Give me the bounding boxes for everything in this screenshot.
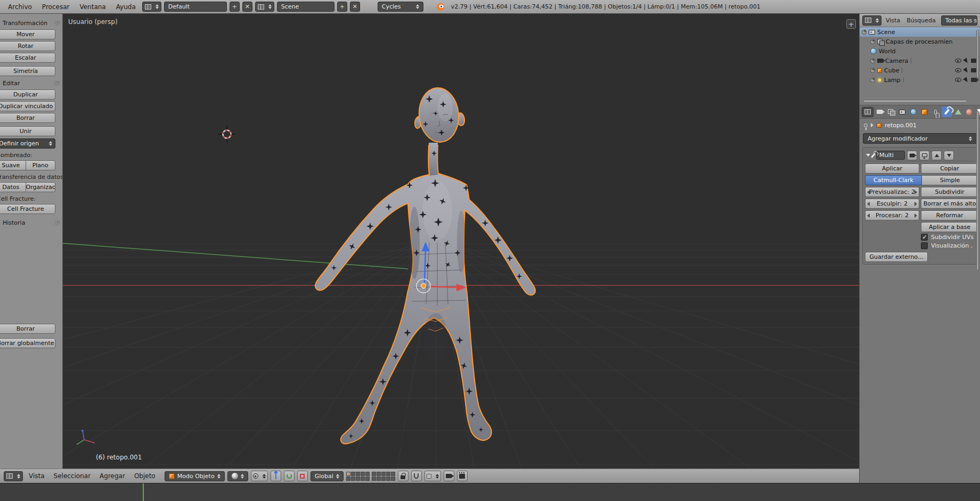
guardar-externo-button[interactable]: Guardar externo...	[865, 252, 928, 262]
outliner-row-lamp[interactable]: Lamp	[860, 75, 980, 85]
tab-data[interactable]	[953, 106, 963, 117]
panel-grip-icon[interactable]	[54, 220, 60, 225]
borrar-globalmente-button[interactable]: Borrar globalmente	[0, 338, 55, 348]
menu-vista[interactable]: Vista	[26, 472, 48, 480]
historia-borrar-button[interactable]: Borrar	[0, 324, 55, 334]
aplicar-button[interactable]: Aplicar	[865, 163, 919, 174]
decrement-icon[interactable]	[867, 202, 870, 206]
modifier-display-toggle[interactable]	[919, 151, 929, 160]
panel-grip-icon[interactable]	[54, 21, 60, 26]
checkbox-checked-icon[interactable]	[921, 234, 928, 241]
plano-button[interactable]: Plano	[26, 160, 56, 170]
opengl-render-button[interactable]	[444, 471, 454, 481]
visibility-eye-icon[interactable]	[955, 78, 961, 82]
copiar-button[interactable]: Copiar	[921, 163, 978, 174]
manipulator-translate-button[interactable]	[271, 471, 281, 481]
screen-layout-selector-icon[interactable]	[142, 2, 161, 12]
outliner-row-cube[interactable]: Cube	[860, 65, 980, 75]
scene-name-field[interactable]: Scene	[277, 2, 334, 12]
tab-scene[interactable]	[897, 106, 907, 117]
panel-header-historia[interactable]: Historia	[0, 219, 60, 226]
outliner-vertical-scrollbar[interactable]	[976, 30, 979, 78]
increment-icon[interactable]	[914, 190, 917, 194]
tab-material[interactable]	[964, 106, 974, 117]
tab-render[interactable]	[875, 106, 885, 117]
3d-viewport[interactable]: Usuario (persp) (6) retopo.001	[63, 14, 859, 469]
tab-modifiers[interactable]	[942, 106, 952, 117]
aplicar-a-base-button[interactable]: Aplicar a base	[921, 222, 978, 232]
character-head[interactable]	[417, 86, 461, 144]
subdividir-button[interactable]: Subdividir	[921, 187, 978, 197]
mover-button[interactable]: Mover	[0, 29, 55, 39]
viewport-shading-dropdown[interactable]	[227, 471, 248, 481]
pin-icon[interactable]	[864, 124, 868, 127]
menu-procesar[interactable]: Procesar	[38, 3, 74, 11]
outliner-menu-vista[interactable]: Vista	[884, 17, 902, 24]
simple-toggle[interactable]: Simple	[922, 175, 978, 185]
menu-ventana[interactable]: Ventana	[76, 3, 109, 11]
subdividir-uvs-checkbox-row[interactable]: Subdividir UVs	[921, 234, 978, 241]
reformar-button[interactable]: Reformar	[921, 210, 978, 220]
catmull-clark-toggle[interactable]: Catmull-Clark	[865, 175, 922, 185]
add-modifier-dropdown[interactable]: Agregar modificador	[863, 133, 977, 144]
preview-level-field[interactable]: Previsualizac: 2	[865, 187, 919, 197]
outliner-horizontal-scrollbar[interactable]	[863, 100, 967, 103]
visualizacion-checkbox-row[interactable]: Visualización .	[921, 242, 978, 249]
snap-toggle-button[interactable]	[411, 471, 422, 481]
organizacion-button[interactable]: Organización	[26, 182, 56, 192]
snap-element-dropdown[interactable]	[424, 471, 441, 481]
outliner-row-world[interactable]: World	[860, 46, 980, 56]
3d-cursor[interactable]	[218, 126, 235, 143]
checkbox-icon[interactable]	[921, 242, 928, 249]
close-scene-button[interactable]: ✕	[350, 2, 360, 12]
modifier-name-field[interactable]: Multi	[876, 151, 905, 160]
manipulator-rotate-button[interactable]	[284, 471, 295, 481]
datos-button[interactable]: Datos	[0, 182, 26, 192]
cell-fracture-button[interactable]: Cell Fracture	[0, 204, 55, 214]
pivot-point-dropdown[interactable]	[251, 471, 268, 481]
outliner-display-mode-dropdown[interactable]: Todas las s	[941, 15, 977, 26]
render-engine-dropdown[interactable]: Cycles	[378, 2, 423, 12]
modifier-move-down-button[interactable]	[944, 151, 954, 160]
escalar-button[interactable]: Escalar	[0, 53, 55, 63]
menu-objeto[interactable]: Objeto	[131, 472, 159, 480]
panel-header-transformacion[interactable]: Transformación	[0, 20, 60, 27]
tab-constraints[interactable]	[930, 106, 941, 117]
menu-seleccionar[interactable]: Seleccionar	[51, 472, 94, 480]
outliner-row-render-layers[interactable]: Capas de procesamien	[860, 37, 980, 46]
visibility-eye-icon[interactable]	[955, 59, 961, 63]
expander-icon[interactable]	[870, 39, 875, 44]
close-layout-button[interactable]: ✕	[242, 2, 252, 12]
suave-button[interactable]: Suave	[0, 160, 26, 170]
outliner-row-camera[interactable]: Camera	[860, 56, 980, 65]
mode-dropdown[interactable]: Modo Objeto	[165, 471, 225, 481]
add-scene-button[interactable]: +	[337, 2, 347, 12]
increment-icon[interactable]	[914, 213, 917, 218]
outliner-editor-type-button[interactable]	[862, 15, 881, 26]
definir-origen-dropdown[interactable]: Definir origen	[0, 138, 55, 149]
current-frame-marker[interactable]	[143, 483, 144, 501]
panel-header-editar[interactable]: Editar	[0, 80, 60, 87]
increment-icon[interactable]	[914, 202, 917, 206]
timeline-strip[interactable]	[0, 483, 980, 501]
rotar-button[interactable]: Rotar	[0, 41, 55, 51]
properties-vertical-scrollbar[interactable]	[976, 111, 979, 270]
duplicar-button[interactable]: Duplicar	[0, 89, 55, 100]
modifier-render-toggle[interactable]	[907, 151, 917, 160]
menu-ayuda[interactable]: Ayuda	[112, 3, 140, 11]
editor-type-button[interactable]	[4, 471, 23, 481]
outliner-row-scene[interactable]: Scene	[860, 27, 980, 37]
scene-selector-icon[interactable]	[255, 2, 274, 12]
render-level-field[interactable]: Procesar: 2	[865, 210, 919, 220]
expander-icon[interactable]	[870, 78, 875, 83]
screen-layout-field[interactable]: Default	[164, 2, 227, 12]
outliner-menu-busqueda[interactable]: Búsqueda	[904, 17, 938, 24]
borrar-button[interactable]: Borrar	[0, 113, 55, 123]
tab-world[interactable]	[908, 106, 918, 117]
manipulator-scale-button[interactable]	[297, 471, 308, 481]
decrement-icon[interactable]	[867, 190, 870, 194]
selectability-cursor-icon[interactable]	[963, 77, 969, 83]
sculpt-level-field[interactable]: Esculpir: 2	[865, 199, 919, 209]
menu-archivo[interactable]: Archivo	[4, 3, 36, 11]
modifier-move-up-button[interactable]	[932, 151, 942, 160]
